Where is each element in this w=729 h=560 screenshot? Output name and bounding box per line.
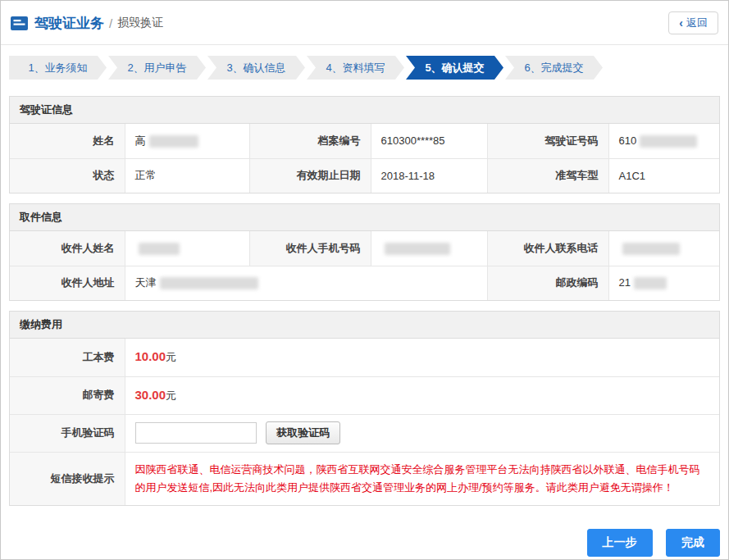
currency-unit: 元 [166, 351, 176, 363]
status-value: 正常 [125, 158, 249, 193]
name-value: 高 [125, 124, 249, 158]
license-number-value: 610 [608, 124, 719, 158]
redacted-blur [634, 277, 667, 289]
back-button-label: 返回 [686, 16, 708, 30]
postcode-value: 21 [608, 266, 719, 300]
step-5-confirm-submit[interactable]: 5、确认提交 [406, 56, 503, 80]
postage-fee-amount: 30.00 [135, 388, 166, 402]
breadcrumb-separator: / [109, 16, 112, 30]
expiry-date-value: 2018-11-18 [371, 158, 487, 193]
table-row: 收件人姓名 收件人手机号码 收件人联系电话 [10, 231, 719, 266]
license-info-table: 姓名 高 档案编号 610300****85 驾驶证号码 610 状态 正常 有… [10, 124, 719, 193]
sms-tip-text: 因陕西省联通、电信运营商技术问题，陕西省互联网交通安全综合服务管理平台无法向持陕… [135, 453, 709, 505]
table-row: 姓名 高 档案编号 610300****85 驾驶证号码 610 [10, 124, 719, 158]
redacted-blur [149, 135, 198, 148]
table-row: 状态 正常 有效期止日期 2018-11-18 准驾车型 A1C1 [10, 158, 719, 193]
redacted-blur [640, 135, 697, 148]
production-fee-label: 工本费 [10, 339, 125, 376]
previous-step-button[interactable]: 上一步 [587, 529, 653, 557]
status-label: 状态 [10, 158, 125, 193]
redacted-blur [139, 243, 180, 255]
back-button[interactable]: ‹ 返回 [668, 11, 718, 34]
license-info-section: 驾驶证信息 姓名 高 档案编号 610300****85 驾驶证号码 610 状… [9, 96, 720, 193]
file-number-label: 档案编号 [249, 124, 371, 158]
fees-section-title: 缴纳费用 [10, 312, 719, 339]
recipient-phone-value [608, 231, 719, 266]
step-navigation: 1、业务须知 2、用户申告 3、确认信息 4、资料填写 5、确认提交 6、完成提… [9, 56, 720, 80]
vehicle-class-label: 准驾车型 [487, 158, 608, 193]
name-label: 姓名 [10, 124, 125, 158]
step-1-business-notice[interactable]: 1、业务须知 [9, 56, 107, 80]
table-row: 短信接收提示 因陕西省联通、电信运营商技术问题，陕西省互联网交通安全综合服务管理… [10, 452, 719, 505]
step-3-confirm-info[interactable]: 3、确认信息 [207, 56, 305, 80]
license-business-icon [11, 16, 28, 30]
page: 驾驶证业务 / 损毁换证 ‹ 返回 1、业务须知 2、用户申告 3、确认信息 4… [0, 0, 729, 560]
breadcrumb-current: 损毁换证 [117, 16, 163, 30]
redacted-blur [622, 243, 680, 255]
expiry-date-label: 有效期止日期 [249, 158, 371, 193]
address-value: 天津 [125, 266, 487, 300]
postage-fee-label: 邮寄费 [10, 376, 125, 414]
vehicle-class-value: A1C1 [608, 158, 719, 193]
sms-tip-label: 短信接收提示 [10, 452, 125, 505]
pickup-info-table: 收件人姓名 收件人手机号码 收件人联系电话 收件人地址 天津 邮政编码 21 [10, 231, 719, 300]
finish-button[interactable]: 完成 [666, 529, 720, 557]
license-number-label: 驾驶证号码 [487, 124, 608, 158]
recipient-name-value [125, 231, 249, 266]
fees-section: 缴纳费用 工本费 10.00元 邮寄费 30.00元 手机验证码 获取验证码 [9, 311, 720, 506]
sms-code-label: 手机验证码 [10, 414, 125, 452]
address-label: 收件人地址 [10, 266, 125, 300]
production-fee-amount: 10.00 [135, 349, 166, 363]
recipient-mobile-label: 收件人手机号码 [249, 231, 371, 266]
production-fee-value: 10.00元 [125, 339, 719, 376]
step-2-user-declaration[interactable]: 2、用户申告 [108, 56, 206, 80]
redacted-blur [160, 277, 258, 289]
table-row: 邮寄费 30.00元 [10, 376, 719, 414]
back-chevron-icon: ‹ [679, 17, 683, 29]
header: 驾驶证业务 / 损毁换证 ‹ 返回 [1, 1, 728, 45]
footer-actions: 上一步 完成 [9, 529, 720, 557]
postage-fee-value: 30.00元 [125, 376, 719, 414]
get-sms-code-button[interactable]: 获取验证码 [266, 421, 340, 444]
license-section-title: 驾驶证信息 [10, 97, 719, 124]
recipient-mobile-value [371, 231, 487, 266]
pickup-section-title: 取件信息 [10, 204, 719, 231]
recipient-name-label: 收件人姓名 [10, 231, 125, 266]
step-6-complete-submit[interactable]: 6、完成提交 [505, 56, 603, 80]
currency-unit: 元 [166, 389, 176, 402]
recipient-phone-label: 收件人联系电话 [487, 231, 608, 266]
table-row: 手机验证码 获取验证码 [10, 414, 719, 452]
redacted-blur [385, 243, 450, 255]
table-row: 工本费 10.00元 [10, 339, 719, 376]
step-4-fill-data[interactable]: 4、资料填写 [307, 56, 404, 80]
sms-code-cell: 获取验证码 [125, 414, 719, 452]
postcode-label: 邮政编码 [487, 266, 608, 300]
table-row: 收件人地址 天津 邮政编码 21 [10, 266, 719, 300]
sms-code-input[interactable] [135, 422, 257, 444]
file-number-value: 610300****85 [371, 124, 487, 158]
pickup-info-section: 取件信息 收件人姓名 收件人手机号码 收件人联系电话 收件人地址 天津 邮政编码… [9, 203, 720, 301]
fees-table: 工本费 10.00元 邮寄费 30.00元 手机验证码 获取验证码 短信接收提 [10, 339, 719, 505]
page-title: 驾驶证业务 [34, 14, 104, 33]
sms-tip-cell: 因陕西省联通、电信运营商技术问题，陕西省互联网交通安全综合服务管理平台无法向持陕… [125, 452, 719, 505]
